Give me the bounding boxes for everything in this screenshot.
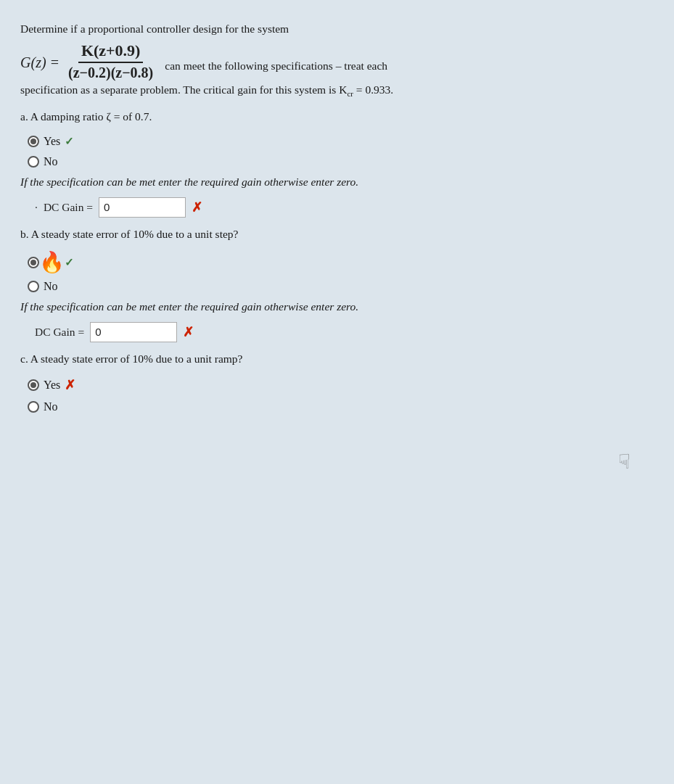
part-b-label: b. A steady state error of 10% due to a … <box>20 228 648 241</box>
transfer-function-row: G(z) = K(z+0.9) (z−0.2)(z−0.8) can meet … <box>20 41 648 81</box>
transfer-fraction: K(z+0.9) (z−0.2)(z−0.8) <box>65 41 156 81</box>
part-b-text: b. A steady state error of 10% due to a … <box>20 228 238 240</box>
part-a-bullet: · <box>35 201 38 214</box>
part-a-instruction: If the specification can be met enter th… <box>20 176 648 189</box>
numerator: K(z+0.9) <box>78 41 144 63</box>
part-a-yes-option[interactable]: Yes ✓ <box>28 135 648 148</box>
can-meet-text: can meet the following specifications – … <box>165 57 387 74</box>
part-c-no-option[interactable]: No <box>28 400 648 413</box>
part-b-yes-checkmark: ✓ <box>65 256 74 269</box>
part-c-yes-option[interactable]: Yes ✗ <box>28 377 648 393</box>
part-b-no-radio[interactable] <box>28 281 39 292</box>
part-b-yes-radio[interactable] <box>28 257 39 268</box>
part-c-label: c. A steady state error of 10% due to a … <box>20 352 648 366</box>
spec-line-text: specification as a separate problem. The… <box>20 83 393 96</box>
gz-label: G(z) = <box>20 54 59 71</box>
part-c-yes-mark: ✗ <box>65 377 75 393</box>
part-a-no-radio[interactable] <box>28 156 39 168</box>
part-c-no-radio[interactable] <box>28 401 39 413</box>
part-b-no-label: No <box>44 280 58 293</box>
part-a-label: a. A damping ratio ζ = of 0.7. <box>20 110 648 123</box>
part-a-yes-label: Yes <box>44 135 60 148</box>
part-c-radio-group: Yes ✗ No <box>28 377 648 413</box>
part-b-dc-gain-label: DC Gain = <box>35 326 84 339</box>
part-c-text: c. A steady state error of 10% due to a … <box>20 352 242 365</box>
part-c-no-label: No <box>44 400 58 413</box>
part-a-text: a. A damping ratio ζ = of 0.7. <box>20 110 152 123</box>
part-c-yes-radio[interactable] <box>28 379 39 391</box>
part-b-dc-gain-input[interactable] <box>90 322 177 342</box>
part-b-instruction: If the specification can be met enter th… <box>20 300 648 313</box>
spec-line: specification as a separate problem. The… <box>20 81 648 100</box>
part-a-dc-gain-mark: ✗ <box>192 199 202 215</box>
part-a-dc-gain-input[interactable] <box>99 197 186 218</box>
part-b-yes-option[interactable]: 🔥 ✓ <box>28 252 648 273</box>
denominator: (z−0.2)(z−0.8) <box>65 63 156 81</box>
part-b-no-option[interactable]: No <box>28 280 648 293</box>
part-b-dc-gain-mark: ✗ <box>183 324 194 340</box>
part-c-yes-label: Yes <box>44 379 60 392</box>
problem-statement-line1: Determine if a proportional controller d… <box>20 20 648 37</box>
part-a-dc-gain-label: DC Gain = <box>44 201 93 214</box>
cursor-hand-icon: ☟ <box>618 450 630 474</box>
part-a-yes-radio[interactable] <box>28 136 39 147</box>
part-a-yes-checkmark: ✓ <box>65 135 74 148</box>
part-a-no-label: No <box>44 155 58 168</box>
part-b-gain-row: DC Gain = ✗ <box>35 322 648 342</box>
part-b-radio-group: 🔥 ✓ No <box>28 252 648 293</box>
part-a-no-option[interactable]: No <box>28 155 648 168</box>
fire-icon: 🔥 <box>39 252 65 273</box>
part-a-gain-row: · DC Gain = ✗ <box>35 197 648 218</box>
main-page: Determine if a proportional controller d… <box>0 0 674 784</box>
part-a-radio-group: Yes ✓ No <box>28 135 648 168</box>
problem-line1-text: Determine if a proportional controller d… <box>20 22 289 35</box>
